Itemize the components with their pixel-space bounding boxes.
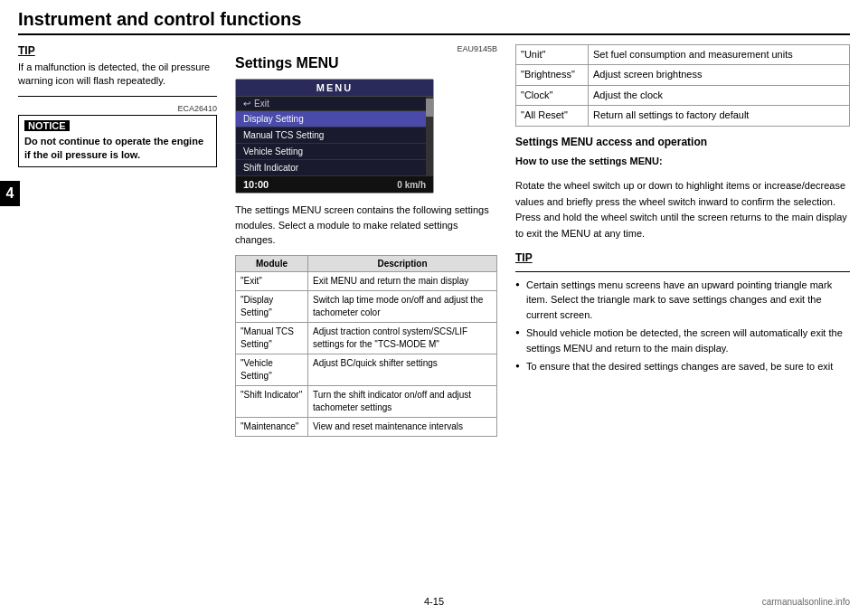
table-row: "Maintenance" View and reset maintenance… <box>236 417 497 436</box>
unit-table: "Unit" Set fuel consumption and measurem… <box>515 44 850 127</box>
eca-code: ECA26410 <box>18 104 217 113</box>
menu-with-scroll: ↩ Exit Display Setting Manual TCS Settin… <box>236 97 433 176</box>
unit-row: "Unit" Set fuel consumption and measurem… <box>516 45 850 65</box>
right-column: "Unit" Set fuel consumption and measurem… <box>515 44 850 590</box>
module-display: "Display Setting" <box>236 290 308 322</box>
tip-section: TIP If a malfunction is detected, the oi… <box>18 44 217 97</box>
operation-subtitle-text: How to use the settings MENU: <box>515 156 663 166</box>
brightness-value: Adjust screen brightness <box>589 65 850 85</box>
menu-scroll-track <box>426 97 433 176</box>
left-column: TIP If a malfunction is detected, the oi… <box>18 44 217 590</box>
tip2-bullet-list: Certain settings menu screens have an up… <box>515 278 850 374</box>
desc-shift: Turn the shift indicator on/off and adju… <box>308 385 497 417</box>
menu-item-vehicle-setting[interactable]: Vehicle Setting <box>236 144 426 160</box>
table-row: "Display Setting" Switch lap time mode o… <box>236 290 497 322</box>
access-section-title: Settings MENU access and operation <box>515 136 850 148</box>
page-container: Instrument and control functions 4 TIP I… <box>0 0 868 614</box>
menu-item-manual-tcs[interactable]: Manual TCS Setting <box>236 128 426 144</box>
menu-screen: MENU ↩ Exit Display Setting Manual TCS S… <box>235 79 434 194</box>
table-row: "Manual TCS Setting" Adjust traction con… <box>236 322 497 354</box>
table-row: "Exit" Exit MENU and return the main dis… <box>236 271 497 290</box>
tip2-title: TIP <box>515 251 850 264</box>
menu-scroll-thumb <box>426 99 433 117</box>
tip-text: If a malfunction is detected, the oil pr… <box>18 61 217 89</box>
menu-item-display-setting[interactable]: Display Setting <box>236 111 426 128</box>
module-exit: "Exit" <box>236 271 308 290</box>
description-col-header: Description <box>308 255 497 271</box>
unit-key: "Unit" <box>516 45 589 65</box>
module-vehicle: "Vehicle Setting" <box>236 354 308 385</box>
tip-title: TIP <box>18 44 217 57</box>
operation-text: Rotate the wheel switch up or down to hi… <box>515 178 850 241</box>
notice-text: Do not continue to operate the engine if… <box>24 135 211 163</box>
exit-label: Exit <box>254 99 269 109</box>
menu-exit-row: ↩ Exit <box>236 97 426 111</box>
page-title: Instrument and control functions <box>18 9 301 30</box>
module-maintenance: "Maintenance" <box>236 417 308 436</box>
list-item: Should vehicle motion be detected, the s… <box>515 326 850 355</box>
reset-key: "All Reset" <box>516 106 589 126</box>
list-item: Certain settings menu screens have an up… <box>515 278 850 323</box>
eau-code: EAU9145B <box>235 44 497 53</box>
table-row: "Shift Indicator" Turn the shift indicat… <box>236 385 497 417</box>
menu-description: The settings MENU screen contains the fo… <box>235 203 497 248</box>
desc-tcs: Adjust traction control system/SCS/LIF s… <box>308 322 497 354</box>
settings-menu-title: Settings MENU <box>235 55 497 71</box>
desc-maintenance: View and reset maintenance intervals <box>308 417 497 436</box>
brightness-key: "Brightness" <box>516 65 589 85</box>
menu-header: MENU <box>236 80 433 97</box>
tip2-section: TIP <box>515 251 850 272</box>
table-row: "Vehicle Setting" Adjust BC/quick shifte… <box>236 354 497 385</box>
menu-time: 10:00 <box>243 179 269 190</box>
module-shift: "Shift Indicator" <box>236 385 308 417</box>
watermark: carmanualsonline.info <box>762 597 850 607</box>
unit-row: "Brightness" Adjust screen brightness <box>516 65 850 85</box>
desc-exit: Exit MENU and return the main display <box>308 271 497 290</box>
module-col-header: Module <box>236 255 308 271</box>
notice-title: NOTICE <box>24 120 70 131</box>
back-arrow-icon: ↩ <box>243 99 250 109</box>
clock-key: "Clock" <box>516 85 589 105</box>
unit-value: Set fuel consumption and measurement uni… <box>589 45 850 65</box>
page-header: Instrument and control functions <box>18 9 850 35</box>
list-item: To ensure that the desired settings chan… <box>515 359 850 374</box>
module-table: Module Description "Exit" Exit MENU and … <box>235 255 497 437</box>
chapter-box: 4 <box>0 181 20 206</box>
desc-display: Switch lap time mode on/off and adjust t… <box>308 290 497 322</box>
menu-item-shift-indicator[interactable]: Shift Indicator <box>236 160 426 176</box>
module-tcs: "Manual TCS Setting" <box>236 322 308 354</box>
operation-subtitle: How to use the settings MENU: <box>515 154 850 170</box>
unit-row: "All Reset" Return all settings to facto… <box>516 106 850 126</box>
middle-column: EAU9145B Settings MENU MENU ↩ Exit Displ… <box>235 44 497 590</box>
menu-items-area: ↩ Exit Display Setting Manual TCS Settin… <box>236 97 426 176</box>
reset-value: Return all settings to factory default <box>589 106 850 126</box>
content-area: TIP If a malfunction is detected, the oi… <box>18 44 850 590</box>
clock-value: Adjust the clock <box>589 85 850 105</box>
desc-vehicle: Adjust BC/quick shifter settings <box>308 354 497 385</box>
menu-footer: 10:00 0 km/h <box>236 176 433 193</box>
page-number: 4-15 <box>424 596 444 607</box>
menu-speed: 0 km/h <box>397 180 426 190</box>
unit-row: "Clock" Adjust the clock <box>516 85 850 105</box>
notice-box: NOTICE Do not continue to operate the en… <box>18 115 217 167</box>
